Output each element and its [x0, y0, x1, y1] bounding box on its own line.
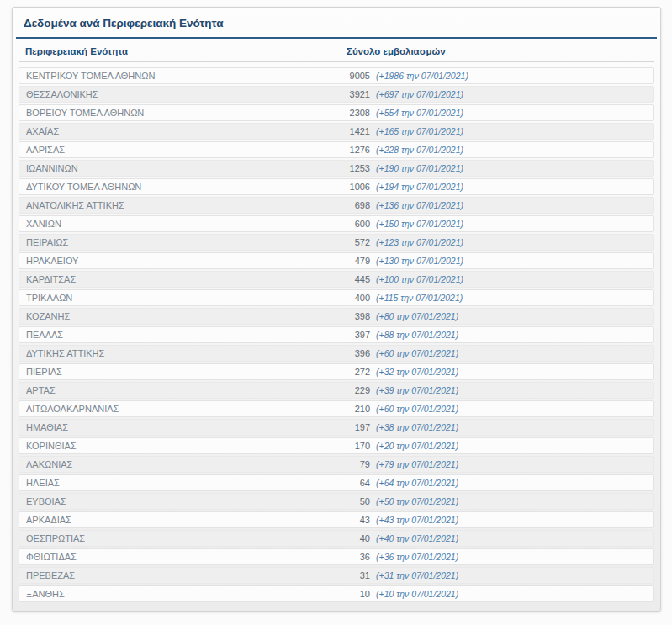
table-row: ΑΡΚΑΔΙΑΣ 43 (+43 την 07/01/2021) — [19, 511, 654, 528]
region-name: ΒΟΡΕΙΟΥ ΤΟΜΕΑ ΑΘΗΝΩΝ — [26, 108, 347, 118]
total-value: 400 — [347, 293, 370, 303]
delta-value: (+39 την 07/01/2021) — [376, 385, 458, 395]
total-cell: 10 (+10 την 07/01/2021) — [347, 589, 458, 599]
delta-value: (+190 την 07/01/2021) — [376, 163, 463, 173]
total-cell: 600 (+150 την 07/01/2021) — [347, 219, 463, 229]
region-name: ΔΥΤΙΚΗΣ ΑΤΤΙΚΗΣ — [26, 348, 347, 358]
delta-value: (+36 την 07/01/2021) — [376, 552, 458, 562]
region-name: ΗΡΑΚΛΕΙΟΥ — [26, 256, 347, 266]
total-value: 50 — [347, 496, 370, 506]
region-name: ΧΑΝΙΩΝ — [26, 219, 347, 229]
region-name: ΚΑΡΔΙΤΣΑΣ — [26, 274, 347, 284]
total-cell: 64 (+64 την 07/01/2021) — [347, 478, 458, 488]
delta-value: (+554 την 07/01/2021) — [376, 108, 463, 118]
panel-title: Δεδομένα ανά Περιφερειακή Ενότητα — [24, 17, 649, 29]
region-name: ΚΟΖΑΝΗΣ — [26, 311, 347, 321]
total-cell: 572 (+123 την 07/01/2021) — [347, 237, 463, 247]
table-row: ΘΕΣΠΡΩΤΙΑΣ 40 (+40 την 07/01/2021) — [19, 530, 654, 547]
delta-value: (+697 την 07/01/2021) — [376, 89, 463, 99]
delta-value: (+1986 την 07/01/2021) — [376, 71, 468, 81]
region-name: ΑΙΤΩΛΟΑΚΑΡΝΑΝΙΑΣ — [26, 404, 347, 414]
total-value: 197 — [347, 422, 370, 432]
total-value: 479 — [347, 256, 370, 266]
regional-data-panel: Δεδομένα ανά Περιφερειακή Ενότητα Περιφε… — [12, 7, 661, 612]
region-name: ΦΘΙΩΤΙΔΑΣ — [26, 552, 347, 562]
total-cell: 210 (+60 την 07/01/2021) — [347, 404, 458, 414]
total-value: 445 — [347, 274, 370, 284]
total-cell: 1276 (+228 την 07/01/2021) — [347, 145, 463, 155]
table-row: ΔΥΤΙΚΗΣ ΑΤΤΙΚΗΣ 396 (+60 την 07/01/2021) — [19, 345, 654, 362]
total-cell: 3921 (+697 την 07/01/2021) — [347, 89, 463, 99]
total-cell: 397 (+88 την 07/01/2021) — [347, 330, 458, 340]
table-row: ΚΟΡΙΝΘΙΑΣ 170 (+20 την 07/01/2021) — [19, 437, 654, 454]
total-value: 397 — [347, 330, 370, 340]
table-header-row: Περιφερειακή Ενότητα Σύνολο εμβολιασμών — [19, 39, 654, 62]
delta-value: (+194 την 07/01/2021) — [376, 182, 463, 192]
table-row: ΠΙΕΡΙΑΣ 272 (+32 την 07/01/2021) — [19, 363, 654, 380]
delta-value: (+20 την 07/01/2021) — [376, 441, 458, 451]
delta-value: (+31 την 07/01/2021) — [376, 570, 458, 580]
region-name: ΘΕΣΣΑΛΟΝΙΚΗΣ — [26, 89, 347, 99]
total-cell: 1006 (+194 την 07/01/2021) — [347, 182, 463, 192]
table-row: ΚΕΝΤΡΙΚΟΥ ΤΟΜΕΑ ΑΘΗΝΩΝ 9005 (+1986 την 0… — [19, 67, 654, 84]
region-name: ΑΡΚΑΔΙΑΣ — [26, 515, 347, 525]
region-name: ΛΑΡΙΣΑΣ — [26, 145, 347, 155]
delta-value: (+60 την 07/01/2021) — [376, 348, 458, 358]
region-name: ΔΥΤΙΚΟΥ ΤΟΜΕΑ ΑΘΗΝΩΝ — [26, 182, 347, 192]
region-name: ΠΙΕΡΙΑΣ — [26, 367, 347, 377]
region-name: ΑΡΤΑΣ — [26, 385, 347, 395]
total-value: 170 — [347, 441, 370, 451]
region-name: ΛΑΚΩΝΙΑΣ — [26, 459, 347, 469]
total-cell: 43 (+43 την 07/01/2021) — [347, 515, 458, 525]
delta-value: (+32 την 07/01/2021) — [376, 367, 458, 377]
table-row: ΘΕΣΣΑΛΟΝΙΚΗΣ 3921 (+697 την 07/01/2021) — [19, 86, 654, 103]
table-row: ΞΑΝΘΗΣ 10 (+10 την 07/01/2021) — [19, 585, 654, 602]
table-row: ΙΩΑΝΝΙΝΩΝ 1253 (+190 την 07/01/2021) — [19, 160, 654, 177]
table-row: ΔΥΤΙΚΟΥ ΤΟΜΕΑ ΑΘΗΝΩΝ 1006 (+194 την 07/0… — [19, 178, 654, 195]
total-value: 79 — [347, 459, 370, 469]
region-name: ΗΛΕΙΑΣ — [26, 478, 347, 488]
delta-value: (+165 την 07/01/2021) — [376, 126, 463, 136]
table-row: ΛΑΚΩΝΙΑΣ 79 (+79 την 07/01/2021) — [19, 456, 654, 473]
region-name: ΤΡΙΚΑΛΩΝ — [26, 293, 347, 303]
total-value: 9005 — [347, 71, 370, 81]
total-value: 40 — [347, 533, 370, 543]
delta-value: (+100 την 07/01/2021) — [376, 274, 463, 284]
region-name: ΚΟΡΙΝΘΙΑΣ — [26, 441, 347, 451]
total-cell: 272 (+32 την 07/01/2021) — [347, 367, 458, 377]
total-cell: 400 (+115 την 07/01/2021) — [347, 293, 463, 303]
total-value: 1253 — [347, 163, 370, 173]
table-row: ΗΡΑΚΛΕΙΟΥ 479 (+130 την 07/01/2021) — [19, 252, 654, 269]
table-row: ΧΑΝΙΩΝ 600 (+150 την 07/01/2021) — [19, 215, 654, 232]
table-row: ΦΘΙΩΤΙΔΑΣ 36 (+36 την 07/01/2021) — [19, 548, 654, 565]
region-name: ΗΜΑΘΙΑΣ — [26, 422, 347, 432]
region-name: ΑΝΑΤΟΛΙΚΗΣ ΑΤΤΙΚΗΣ — [26, 200, 347, 210]
total-value: 2308 — [347, 108, 370, 118]
region-name: ΙΩΑΝΝΙΝΩΝ — [26, 163, 347, 173]
total-value: 1006 — [347, 182, 370, 192]
region-name: ΠΕΛΛΑΣ — [26, 330, 347, 340]
delta-value: (+136 την 07/01/2021) — [376, 200, 463, 210]
total-value: 600 — [347, 219, 370, 229]
delta-value: (+80 την 07/01/2021) — [376, 311, 458, 321]
table-row: ΠΡΕΒΕΖΑΣ 31 (+31 την 07/01/2021) — [19, 567, 654, 584]
delta-value: (+38 την 07/01/2021) — [376, 422, 458, 432]
total-value: 10 — [347, 589, 370, 599]
total-value: 36 — [347, 552, 370, 562]
column-header-total: Σύνολο εμβολιασμών — [347, 46, 446, 56]
table-row: ΚΟΖΑΝΗΣ 398 (+80 την 07/01/2021) — [19, 308, 654, 325]
table-row: ΑΝΑΤΟΛΙΚΗΣ ΑΤΤΙΚΗΣ 698 (+136 την 07/01/2… — [19, 197, 654, 214]
delta-value: (+79 την 07/01/2021) — [376, 459, 458, 469]
delta-value: (+60 την 07/01/2021) — [376, 404, 458, 414]
table-row: ΚΑΡΔΙΤΣΑΣ 445 (+100 την 07/01/2021) — [19, 271, 654, 288]
region-name: ΘΕΣΠΡΩΤΙΑΣ — [26, 533, 347, 543]
delta-value: (+40 την 07/01/2021) — [376, 533, 458, 543]
delta-value: (+123 την 07/01/2021) — [376, 237, 463, 247]
total-cell: 398 (+80 την 07/01/2021) — [347, 311, 458, 321]
total-value: 210 — [347, 404, 370, 414]
region-name: ΞΑΝΘΗΣ — [26, 589, 347, 599]
total-cell: 445 (+100 την 07/01/2021) — [347, 274, 463, 284]
table-row: ΗΜΑΘΙΑΣ 197 (+38 την 07/01/2021) — [19, 419, 654, 436]
total-value: 64 — [347, 478, 370, 488]
total-value: 398 — [347, 311, 370, 321]
